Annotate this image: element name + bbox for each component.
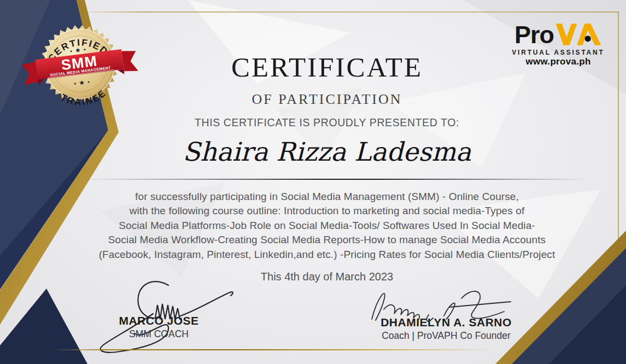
signer-name: MARCO JOSE [92,314,226,327]
recipient-name: Shaira Rizza Ladesma [28,137,626,167]
course-description-line: with the following course outline: Intro… [28,204,626,218]
signature-block-right: DHAMIELYN A. SARNO Coach | ProVAPH Co Fo… [361,316,531,342]
signature-block-left: MARCO JOSE SMM COACH [92,314,226,340]
date-line: This 4th day of March 2023 [28,271,626,283]
name-divider-line [82,179,587,180]
certificate-subtitle: OF PARTICIPATION [28,91,626,108]
signer-title: Coach | ProVAPH Co Founder [361,330,531,342]
course-description: for successfully participating in Social… [28,190,626,262]
gold-frame-top [75,11,619,13]
course-description-line: Social Media Workflow-Creating Social Me… [28,233,626,247]
logo-word-pro: Pro [514,23,554,47]
signer-title: SMM COACH [92,328,226,340]
course-description-line: for successfully participating in Social… [28,190,626,204]
presented-to-label: THIS CERTIFICATE IS PROUDLY PRESENTED TO… [28,116,626,129]
certificate-title: CERTIFICATE [28,51,626,83]
signer-name: DHAMIELYN A. SARNO [361,316,531,329]
logo-va-icon [555,22,602,47]
certificate-page: CERTIFIED ⋆ ★ ⋆ SMM SOCIAL MEDIA MANAGEM… [0,0,626,364]
course-description-line: (Facebook, Instagram, Pinterest, Linkedi… [28,248,626,262]
signature-gold-rule [51,349,495,350]
course-description-line: Social Media Platforms-Job Role on Socia… [28,219,626,233]
